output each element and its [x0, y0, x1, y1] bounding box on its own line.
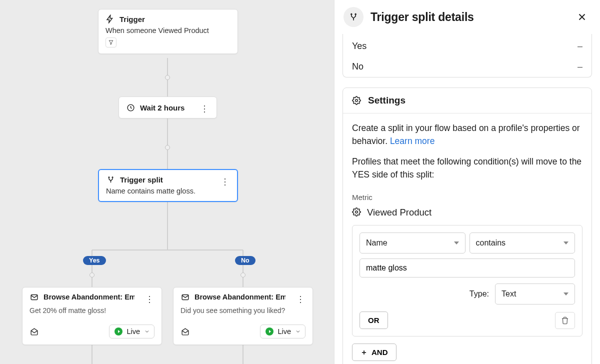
filter-chip[interactable] — [106, 38, 116, 48]
stage-counts-card: Waiting Yes – No – — [342, 34, 592, 78]
delete-condition-button[interactable] — [555, 312, 575, 329]
trigger-node[interactable]: Trigger When someone Viewed Product — [98, 9, 238, 54]
type-select[interactable]: Text — [495, 284, 575, 304]
panel-header: Trigger split details — [334, 0, 600, 34]
mail-open-icon — [180, 327, 190, 336]
gear-icon — [352, 96, 361, 105]
type-label: Type: — [470, 288, 489, 300]
clock-icon — [126, 103, 135, 112]
branch-badge-no: No — [235, 256, 256, 265]
property-select[interactable]: Name — [360, 232, 466, 254]
stage-label: Yes — [352, 41, 366, 52]
settings-intro: Create a split in your flow based on a p… — [352, 122, 582, 148]
email-subject: Get 20% off matte gloss! — [30, 306, 154, 314]
branch-badge-yes: Yes — [83, 256, 106, 265]
and-label: AND — [372, 348, 388, 356]
and-button[interactable]: AND — [352, 344, 396, 361]
details-panel: Trigger split details Waiting Yes – No – — [334, 0, 600, 364]
node-menu-button[interactable] — [198, 102, 212, 116]
intro-text: Create a split in your flow based on a p… — [352, 123, 580, 146]
split-title: Trigger split — [120, 176, 163, 184]
value-input[interactable] — [360, 258, 575, 278]
svg-point-8 — [356, 211, 358, 214]
email-node-no[interactable]: Browse Abandonment: Email… Did you see s… — [173, 287, 313, 345]
status-selector[interactable]: Live — [109, 324, 154, 338]
learn-more-link[interactable]: Learn more — [390, 136, 435, 146]
chevron-down-icon — [454, 242, 459, 244]
settings-desc: Profiles that meet the following conditi… — [352, 155, 582, 182]
chevron-down-icon — [564, 242, 568, 244]
email-title: Browse Abandonment: Email… — [44, 293, 134, 301]
trigger-desc: When someone Viewed Product — [106, 26, 230, 34]
condition-box: Name contains Type: Text — [352, 225, 582, 336]
operator-select[interactable]: contains — [470, 232, 576, 254]
stage-label: No — [352, 62, 364, 72]
gear-icon — [352, 208, 361, 216]
select-value: contains — [476, 237, 506, 249]
panel-scroll[interactable]: Waiting Yes – No – Settings Create a spl — [334, 34, 600, 364]
stage-row-no: No – — [343, 56, 592, 77]
settings-card: Settings Create a split in your flow bas… — [342, 88, 592, 364]
email-title: Browse Abandonment: Email… — [194, 293, 286, 301]
mail-open-icon — [30, 327, 38, 336]
play-icon — [266, 328, 274, 336]
panel-icon — [344, 7, 364, 27]
play-icon — [114, 328, 122, 336]
node-menu-button[interactable] — [294, 292, 308, 306]
stage-value: – — [578, 41, 582, 52]
select-value: Text — [502, 288, 516, 300]
email-node-yes[interactable]: Browse Abandonment: Email… Get 20% off m… — [22, 287, 162, 345]
node-menu-button[interactable] — [218, 175, 232, 189]
panel-title: Trigger split details — [370, 10, 567, 24]
chevron-down-icon — [295, 328, 301, 334]
stage-row-yes: Yes – — [343, 36, 592, 56]
metric-row: Viewed Product — [352, 206, 582, 220]
mail-icon — [30, 292, 38, 302]
or-label: OR — [368, 316, 380, 324]
close-button[interactable] — [574, 9, 590, 25]
connector-dot[interactable] — [90, 272, 94, 278]
or-button[interactable]: OR — [360, 312, 388, 329]
node-menu-button[interactable] — [142, 292, 156, 306]
wait-node[interactable]: Wait 2 hours — [118, 96, 217, 118]
select-value: Name — [366, 237, 388, 249]
status-label: Live — [126, 328, 140, 336]
connector-dot[interactable] — [240, 272, 246, 278]
bolt-icon — [106, 14, 114, 24]
connector-dot[interactable] — [165, 75, 170, 80]
metric-label: Metric — [352, 192, 582, 204]
status-label: Live — [278, 328, 291, 336]
settings-header: Settings — [343, 88, 592, 114]
chevron-down-icon — [564, 292, 568, 296]
settings-title: Settings — [368, 95, 406, 106]
trigger-split-node[interactable]: Trigger split Name contains matte gloss. — [98, 169, 238, 202]
status-selector[interactable]: Live — [260, 324, 306, 338]
svg-point-7 — [356, 100, 358, 102]
connector-dot[interactable] — [165, 145, 170, 150]
flow-canvas[interactable]: Trigger When someone Viewed Product Wait… — [0, 0, 334, 364]
metric-value: Viewed Product — [367, 206, 432, 220]
mail-icon — [180, 292, 190, 302]
split-desc: Name contains matte gloss. — [106, 187, 230, 195]
stage-value: – — [578, 62, 582, 72]
email-subject: Did you see something you liked? — [180, 306, 306, 314]
wait-label: Wait 2 hours — [140, 104, 184, 112]
trigger-title: Trigger — [120, 15, 145, 24]
split-arrows-icon — [106, 175, 115, 184]
chevron-down-icon — [144, 328, 150, 334]
